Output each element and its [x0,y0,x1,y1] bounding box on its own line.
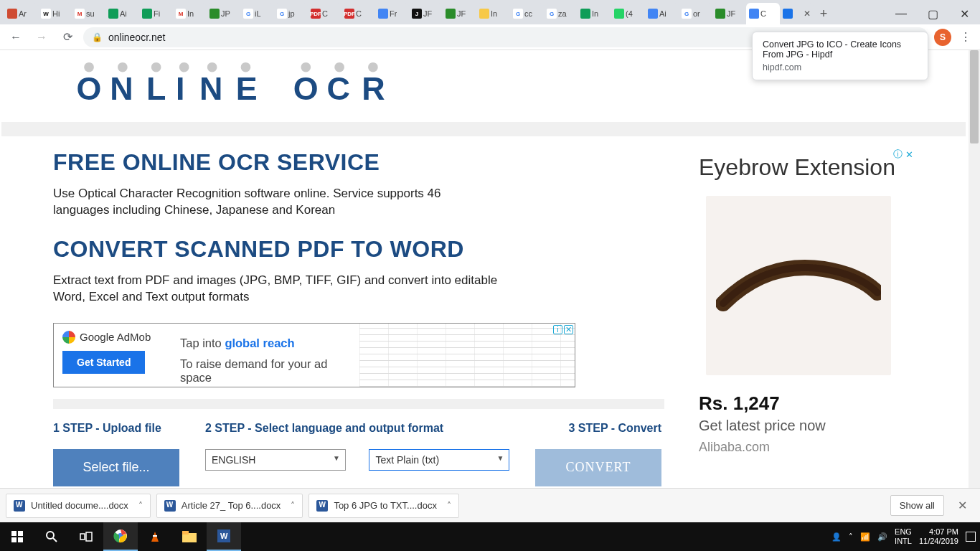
svg-rect-19 [18,531,23,536]
tab-label: C [356,9,362,18]
window-minimize-button[interactable]: — [885,3,917,24]
download-item[interactable]: Top 6 JPG to TXT....docx˄ [308,494,459,518]
word-file-icon [164,500,176,512]
vertical-scrollbar[interactable] [969,50,980,488]
browser-menu-button[interactable]: ⋮ [957,30,974,44]
browser-tab[interactable]: Fi [139,3,173,24]
convert-button[interactable]: CONVERT [535,449,661,486]
adchoices-icon[interactable]: i✕ [553,325,573,334]
tray-network-icon[interactable]: 📶 [860,532,870,542]
browser-tab[interactable]: (4 [611,3,645,24]
back-button[interactable]: ← [6,27,26,47]
tab-favicon [783,9,793,19]
lock-icon: 🔒 [92,32,103,42]
search-button[interactable] [34,522,69,551]
tray-chevron-up-icon[interactable]: ˄ [849,532,853,542]
word-file-icon [316,500,328,512]
download-item[interactable]: Untitled docume....docx˄ [6,494,151,518]
tray-people-icon[interactable]: 👤 [831,532,842,542]
sidebar-ad[interactable]: ⓘ✕ Eyebrow Extension Rs. 1,247 Get lates… [699,149,914,488]
taskbar-app-word[interactable]: W [207,522,241,551]
browser-tab[interactable]: C [746,3,780,24]
tab-favicon: PDF [311,9,321,19]
browser-tab[interactable]: Ai [645,3,679,24]
reload-button[interactable]: ⟳ [57,27,77,47]
browser-tab[interactable]: Gjp [274,3,308,24]
svg-text:O: O [77,70,102,107]
window-maximize-button[interactable]: ▢ [917,3,948,24]
tab-favicon [108,9,118,19]
forward-button[interactable]: → [32,27,52,47]
browser-tab[interactable]: MIn [173,3,207,24]
svg-point-10 [118,62,128,72]
browser-tab[interactable]: ✕ [780,3,814,24]
ad-vendor: Alibaba.com [699,440,914,455]
ad-line2: To raise demand for your ad space [180,357,359,385]
chevron-up-icon[interactable]: ˄ [291,501,295,511]
browser-tab[interactable]: JF [443,3,476,24]
tab-label: za [558,9,567,18]
svg-rect-18 [11,531,17,536]
downloads-close-button[interactable]: ✕ [950,499,974,512]
start-button[interactable] [0,522,34,551]
taskbar-app-explorer[interactable] [172,522,207,551]
select-file-button[interactable]: Select file... [53,449,179,486]
new-tab-button[interactable]: + [814,3,834,24]
tab-favicon [7,9,17,19]
tab-favicon [209,9,220,19]
chevron-up-icon[interactable]: ˄ [447,501,451,511]
tab-close-icon[interactable]: ✕ [804,9,811,19]
taskbar-app-vlc[interactable] [138,522,172,551]
tab-favicon: G [243,9,253,19]
ad-title: Eyebrow Extension [699,155,914,180]
svg-text:W: W [220,532,228,540]
browser-tab[interactable]: Gcc [510,3,544,24]
scrollbar-thumb[interactable] [970,50,979,143]
browser-tab[interactable]: Gza [544,3,578,24]
tray-language[interactable]: ENGINTL [895,527,912,545]
downloads-show-all-button[interactable]: Show all [890,495,944,516]
download-filename: Untitled docume....docx [31,500,128,511]
ad-cta-button[interactable]: Get Started [62,351,145,374]
browser-tab[interactable]: PDFC [308,3,341,24]
browser-tab[interactable]: In [578,3,611,24]
tray-notifications-icon[interactable] [966,532,976,542]
tray-clock[interactable]: 4:07 PM11/24/2019 [919,527,958,545]
profile-avatar[interactable]: S [934,29,951,46]
task-view-button[interactable] [69,522,103,551]
ad-banner-admob[interactable]: Google AdMob Get Started Tap into global… [53,323,575,387]
browser-tab[interactable]: WHi [38,3,72,24]
download-item[interactable]: Article 27_ Top 6....docx˄ [156,494,303,518]
adchoices-icon[interactable]: ⓘ✕ [892,149,914,159]
ad-line1b: global reach [225,336,294,349]
tab-favicon [715,9,725,19]
browser-tab[interactable]: JP [207,3,240,24]
language-select[interactable] [205,449,346,471]
browser-tab[interactable]: Msu [72,3,105,24]
tab-label: C [322,9,328,18]
browser-tab[interactable]: Ai [105,3,139,24]
step1-label: 1 STEP - Upload file [53,422,205,435]
tray-volume-icon[interactable]: 🔊 [877,532,887,542]
page-heading-2: CONVERT SCANNED PDF TO WORD [53,236,664,263]
tab-label: In [592,9,598,18]
tab-label: In [187,9,194,18]
tab-favicon [749,9,759,19]
browser-tab[interactable]: GiL [240,3,274,24]
browser-tab[interactable]: JF [712,3,746,24]
browser-tab[interactable]: Gor [679,3,712,24]
browser-tab[interactable]: In [476,3,510,24]
svg-text:O: O [293,70,319,107]
page-heading-1: FREE ONLINE OCR SERVICE [53,149,664,176]
tab-favicon: M [75,9,85,19]
browser-tab[interactable]: JJF [409,3,443,24]
browser-tab[interactable]: Ar [4,3,38,24]
output-format-select[interactable] [369,449,509,471]
tab-hover-card: Convert JPG to ICO - Create Icons From J… [752,32,928,80]
browser-tab[interactable]: PDFC [341,3,375,24]
chevron-up-icon[interactable]: ˄ [138,501,143,511]
taskbar-app-chrome[interactable] [103,522,138,551]
svg-text:L: L [146,70,166,107]
window-close-button[interactable]: ✕ [948,3,980,24]
browser-tab[interactable]: Fr [375,3,409,24]
